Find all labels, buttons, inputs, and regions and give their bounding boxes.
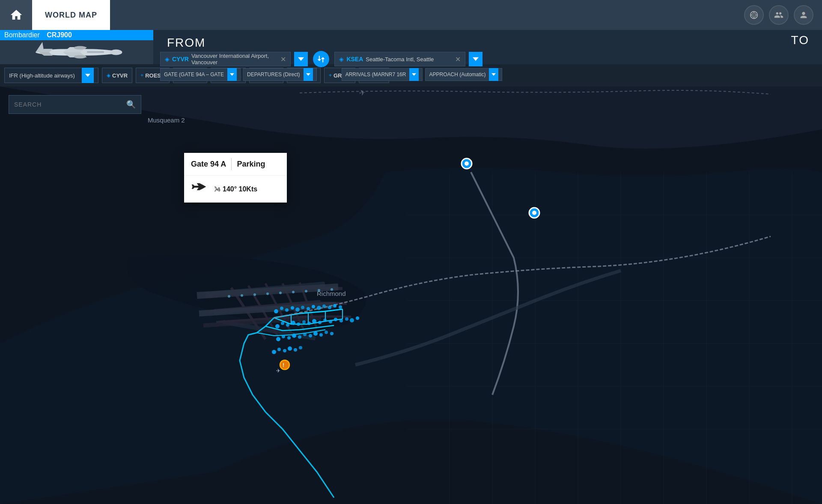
svg-point-98 xyxy=(241,294,243,297)
to-airport-code: KSEA xyxy=(346,56,363,63)
aircraft-model: CRJ900 xyxy=(47,31,72,39)
svg-point-13 xyxy=(74,55,86,58)
map-area: ✈ xyxy=(0,86,822,504)
svg-text:✈: ✈ xyxy=(276,368,280,374)
svg-point-64 xyxy=(291,321,295,325)
svg-point-85 xyxy=(319,333,323,337)
svg-point-49 xyxy=(280,307,283,310)
search-box[interactable]: 🔍 xyxy=(9,95,141,114)
svg-point-92 xyxy=(294,348,297,352)
departure-type-arrow[interactable] xyxy=(304,68,313,81)
popup-parking-label: Parking xyxy=(237,160,265,169)
home-button[interactable] xyxy=(0,0,32,30)
to-airport-dropdown[interactable] xyxy=(469,52,482,66)
svg-point-58 xyxy=(328,306,331,309)
popup-body: 🌬 140° 10Kts xyxy=(184,176,287,203)
musqueam-label: Musqueam 2 xyxy=(148,116,185,124)
popup-header: Gate 94 A Parking xyxy=(184,153,287,176)
svg-point-51 xyxy=(291,306,294,310)
svg-text:!: ! xyxy=(283,362,284,368)
svg-point-74 xyxy=(345,317,348,321)
svg-point-12 xyxy=(74,46,86,50)
arrival-option-arrow[interactable] xyxy=(409,68,419,81)
svg-point-73 xyxy=(340,319,343,322)
chevron-down-icon5 xyxy=(412,72,416,77)
swap-icon xyxy=(317,55,325,63)
from-airport-icon: ◈ xyxy=(165,56,170,63)
aircraft-manufacturer: Bombardier xyxy=(4,31,40,39)
departure-gate-select[interactable]: GATE (GATE 94A – GATE xyxy=(160,68,241,81)
ifr-select[interactable]: IFR (High-altitude airways) xyxy=(4,68,98,83)
svg-point-80 xyxy=(292,334,296,338)
arrival-option-select[interactable]: ARRIVALS (MARNR7 16R xyxy=(342,68,423,81)
svg-point-63 xyxy=(286,323,289,327)
ifr-arrow[interactable] xyxy=(82,68,94,83)
from-airport-clear[interactable]: ✕ xyxy=(280,55,286,63)
svg-point-45 xyxy=(465,161,469,166)
chevron-down-icon4 xyxy=(306,72,310,77)
svg-point-2 xyxy=(754,15,755,16)
aircraft-name: Bombardier CRJ900 xyxy=(0,30,153,40)
popup-plane-icon xyxy=(191,182,207,197)
ifr-label: IFR (High-altitude airways) xyxy=(9,72,75,79)
svg-point-55 xyxy=(312,305,315,308)
chevron-down-icon2 xyxy=(473,56,479,62)
search-input[interactable] xyxy=(14,101,123,108)
svg-point-72 xyxy=(334,318,337,321)
svg-point-78 xyxy=(282,335,285,338)
nav-spacer xyxy=(110,0,744,30)
to-airport-icon: ◈ xyxy=(339,56,344,63)
popup-gate-label: Gate 94 A xyxy=(191,160,226,169)
target-icon xyxy=(749,10,759,20)
to-airport-clear[interactable]: ✕ xyxy=(455,55,461,63)
svg-point-89 xyxy=(277,348,281,351)
svg-point-81 xyxy=(298,335,301,339)
svg-point-8 xyxy=(110,50,122,55)
arrival-option-text: ARRIVALS (MARNR7 16R xyxy=(345,72,406,78)
svg-point-71 xyxy=(329,320,332,323)
svg-point-91 xyxy=(288,346,292,351)
flight-bar: Bombardier CRJ900 xyxy=(0,30,822,64)
nav-title: WORLD MAP xyxy=(45,11,97,20)
svg-point-87 xyxy=(330,332,334,335)
nav-icons xyxy=(744,0,822,30)
svg-point-101 xyxy=(279,292,282,294)
map-svg: ✈ xyxy=(0,86,822,504)
to-airport-box[interactable]: ◈ KSEA Seattle-Tacoma Intl, Seattle ✕ xyxy=(334,52,465,66)
svg-point-82 xyxy=(303,333,307,336)
svg-point-103 xyxy=(305,290,307,292)
svg-point-102 xyxy=(292,291,295,293)
svg-point-79 xyxy=(287,336,291,340)
popup-wind-value: 140° 10Kts xyxy=(223,185,257,193)
svg-point-70 xyxy=(323,319,327,322)
svg-point-93 xyxy=(299,346,302,349)
richmond-label: Richmond xyxy=(317,290,346,297)
to-airport-name: Seattle-Tacoma Intl, Seattle xyxy=(366,56,434,63)
wind-icon: 🌬 xyxy=(214,186,220,193)
svg-point-69 xyxy=(318,321,322,324)
aircraft-image xyxy=(0,40,153,64)
svg-point-53 xyxy=(301,306,304,309)
approach-arrow[interactable] xyxy=(489,68,498,81)
svg-point-48 xyxy=(274,309,278,313)
svg-point-100 xyxy=(266,292,269,295)
departure-type-select[interactable]: DEPARTURES (Direct) xyxy=(243,68,317,81)
svg-point-61 xyxy=(275,324,280,328)
chevron-down-icon7 xyxy=(85,74,90,77)
approach-select[interactable]: APPROACH (Automatic) xyxy=(425,68,502,81)
group-button[interactable] xyxy=(769,5,789,25)
from-airport-dropdown[interactable] xyxy=(294,52,308,66)
svg-point-68 xyxy=(312,319,316,323)
options-row: GATE (GATE 94A – GATE DEPARTURES (Direct… xyxy=(153,67,509,82)
target-button[interactable] xyxy=(744,5,764,25)
waypoint-cyvr[interactable]: ◈ CYVR xyxy=(102,68,132,83)
departure-gate-arrow[interactable] xyxy=(227,68,237,81)
world-map-tab[interactable]: WORLD MAP xyxy=(32,0,110,30)
from-airport-box[interactable]: ◈ CYVR Vancouver International Airport, … xyxy=(160,52,291,66)
waypoint-cyvr-label: CYVR xyxy=(112,72,128,79)
svg-point-86 xyxy=(325,331,328,334)
svg-point-66 xyxy=(302,320,306,324)
user-button[interactable] xyxy=(794,5,813,25)
chevron-down-icon xyxy=(298,56,304,62)
swap-airports-button[interactable] xyxy=(313,51,329,67)
